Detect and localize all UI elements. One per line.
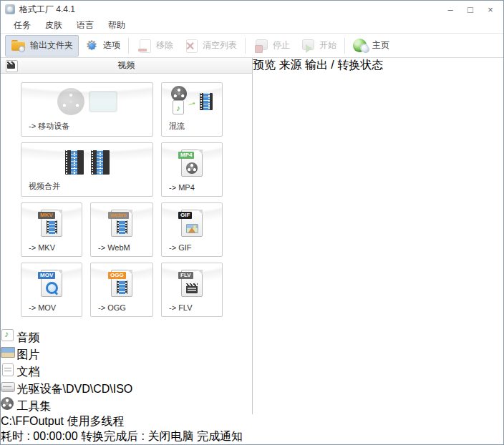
section-header-document[interactable]: 文档 <box>1 363 252 380</box>
toolset-section-label: 工具集 <box>16 400 51 412</box>
card-mux[interactable]: ♪ → 混流 <box>161 82 223 137</box>
card-label: 视频合并 <box>21 181 152 196</box>
menu-item-skin[interactable]: 皮肤 <box>38 18 69 33</box>
mux-icon: ♪ → <box>162 83 222 121</box>
remove-button[interactable]: 移除 <box>132 36 178 56</box>
document-icon <box>1 363 14 376</box>
flv-format-tag: FLV <box>178 272 193 279</box>
start-button[interactable]: 开始 <box>295 36 341 56</box>
mp4-file-icon: MP4 <box>162 143 222 183</box>
mp4-format-tag: MP4 <box>178 152 194 159</box>
card-to-gif[interactable]: GIF -> GIF <box>161 202 223 257</box>
close-button[interactable]: × <box>480 2 500 16</box>
card-label: -> WebM <box>91 243 152 256</box>
task-list-header: 预览 来源 输出 / 转换状态 <box>253 58 383 73</box>
clear-list-icon <box>183 39 199 53</box>
options-button[interactable]: ⚙ 选项 <box>79 36 125 56</box>
document-section-label: 文档 <box>16 366 39 378</box>
section-header-optical[interactable]: 光驱设备\DVD\CD\ISO <box>1 380 252 397</box>
mkv-file-icon: MKV <box>21 203 82 243</box>
picture-icon <box>1 346 14 358</box>
card-to-ogg[interactable]: OGG -> OGG <box>90 263 153 317</box>
stop-icon <box>253 39 269 53</box>
card-label: -> MOV <box>21 303 82 316</box>
gif-format-tag: GIF <box>178 212 192 219</box>
stop-label: 停止 <box>273 39 290 52</box>
card-label: -> FLV <box>162 303 222 316</box>
card-to-flv[interactable]: FLV -> FLV <box>161 263 223 317</box>
remove-icon <box>137 39 152 53</box>
clear-list-button[interactable]: 清空列表 <box>178 36 242 56</box>
column-header-output-status[interactable]: 输出 / 转换状态 <box>305 59 383 71</box>
toolbar-separator <box>245 38 246 54</box>
card-to-mp4[interactable]: MP4 -> MP4 <box>161 142 223 197</box>
shutdown-after-label: 转换完成后 : 关闭电脑 <box>81 430 193 442</box>
section-header-picture[interactable]: 图片 <box>1 346 252 363</box>
notify-label: 完成通知 <box>197 430 243 442</box>
app-logo-icon <box>5 4 15 14</box>
options-label: 选项 <box>103 39 120 52</box>
menu-item-language[interactable]: 语言 <box>69 18 101 33</box>
audio-note-icon <box>1 328 14 341</box>
optical-section-label: 光驱设备\DVD\CD\ISO <box>16 383 132 395</box>
window-title: 格式工厂 4.4.1 <box>19 4 75 16</box>
toolbar-separator <box>344 38 345 54</box>
card-to-mkv[interactable]: MKV -> MKV <box>21 202 82 257</box>
mov-format-tag: MOV <box>38 272 55 279</box>
output-path[interactable]: C:\FFOutput <box>1 415 64 427</box>
card-mobile-device[interactable]: -> 移动设备 <box>21 82 153 137</box>
video-clapper-icon <box>5 59 18 72</box>
clear-list-label: 清空列表 <box>203 39 237 52</box>
output-folder-button[interactable]: 输出文件夹 <box>5 35 79 57</box>
toolset-reel-icon <box>1 397 14 410</box>
section-header-video[interactable]: 视频 <box>1 58 252 74</box>
mkv-format-tag: MKV <box>38 212 55 219</box>
video-card-grid: -> 移动设备 ♪ → 混流 <box>1 74 252 317</box>
start-icon <box>300 39 316 53</box>
options-gear-icon: ⚙ <box>84 39 100 53</box>
minimize-button[interactable]: – <box>440 2 460 16</box>
card-to-webm[interactable]: webm -> WebM <box>90 202 153 257</box>
home-button[interactable]: 主页 <box>348 36 394 56</box>
mobile-device-icon <box>21 83 152 121</box>
card-label: -> 移动设备 <box>21 121 152 136</box>
section-header-audio[interactable]: 音频 <box>1 328 252 346</box>
video-join-icon <box>21 143 152 181</box>
menu-bar: 任务 皮肤 语言 帮助 <box>1 18 503 34</box>
output-folder-label: 输出文件夹 <box>30 39 73 52</box>
video-section-label: 视频 <box>1 59 252 72</box>
menu-item-help[interactable]: 帮助 <box>101 18 132 33</box>
card-video-join[interactable]: 视频合并 <box>21 142 153 197</box>
remove-label: 移除 <box>156 39 173 52</box>
gif-file-icon: GIF <box>162 203 222 243</box>
stop-button[interactable]: 停止 <box>248 36 295 56</box>
card-label: -> OGG <box>91 303 152 316</box>
column-header-source[interactable]: 来源 <box>278 59 301 71</box>
toolbar: 输出文件夹 ⚙ 选项 移除 清空列表 停止 开始 主页 <box>1 34 503 58</box>
card-label: -> MP4 <box>162 183 222 196</box>
elapsed-time: 耗时 : 00:00:00 <box>1 430 78 442</box>
window-controls: – □ × <box>440 2 500 16</box>
output-folder-icon <box>11 39 26 53</box>
optical-drive-icon <box>1 380 14 393</box>
video-card-area: -> 移动设备 ♪ → 混流 <box>1 74 252 328</box>
audio-section-label: 音频 <box>16 331 39 343</box>
ogg-format-tag: OGG <box>108 272 126 279</box>
menu-item-tasks[interactable]: 任务 <box>6 18 38 33</box>
home-label: 主页 <box>372 39 389 52</box>
home-globe-icon <box>353 39 369 53</box>
column-header-preview[interactable]: 预览 <box>253 59 276 71</box>
mov-file-icon: MOV <box>21 263 82 303</box>
ogg-file-icon: OGG <box>91 263 152 303</box>
card-to-mov[interactable]: MOV -> MOV <box>21 263 82 317</box>
main-area: 视频 -> 移动设备 ♪ <box>1 58 503 414</box>
status-bar: C:\FFOutput 使用多线程 耗时 : 00:00:00 转换完成后 : … <box>1 414 503 444</box>
card-label: -> MKV <box>21 243 82 256</box>
maximize-button[interactable]: □ <box>460 2 480 16</box>
card-label: -> GIF <box>162 243 222 256</box>
flv-file-icon: FLV <box>162 263 222 303</box>
start-label: 开始 <box>319 39 336 52</box>
task-list-panel: 预览 来源 输出 / 转换状态 <box>253 58 383 414</box>
webm-file-icon: webm <box>91 203 152 243</box>
section-header-toolset[interactable]: 工具集 <box>1 397 252 414</box>
